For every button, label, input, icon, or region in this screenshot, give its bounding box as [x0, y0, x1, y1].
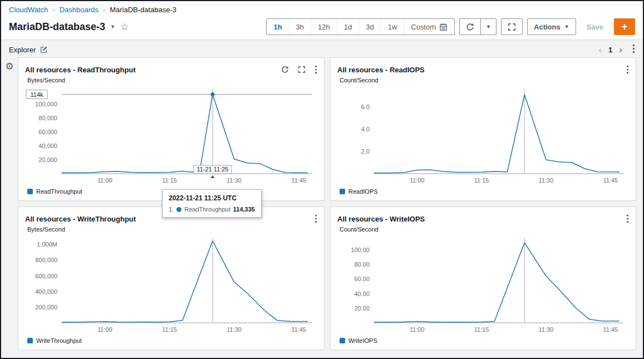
widget-menu-dots-icon[interactable]: [314, 214, 317, 223]
chart-legend[interactable]: WriteIOPS: [340, 337, 629, 344]
fullscreen-button[interactable]: [501, 18, 523, 35]
chart-card-read-iops: All resources - ReadIOPS Count/Second 2.…: [330, 57, 636, 201]
chart-y-unit: Count/Second: [340, 77, 629, 85]
title-row: MariaDB-database-3 ▼ ☆ 1h3h12h1d3d1w Cus…: [9, 18, 635, 35]
svg-text:11:00: 11:00: [410, 177, 425, 184]
chart-title: All resources - ReadThroughput: [25, 66, 136, 74]
chart-card-write-iops: All resources - WriteIOPS Count/Second 2…: [330, 206, 636, 350]
svg-text:11:45: 11:45: [291, 177, 306, 184]
title-caret-down-icon[interactable]: ▼: [110, 24, 115, 29]
time-controls: 1h3h12h1d3d1w Custom ▼: [266, 18, 635, 35]
settings-gear-icon[interactable]: ⚙: [5, 62, 13, 71]
breadcrumb-cloudwatch[interactable]: CloudWatch: [9, 6, 48, 14]
svg-text:11:45: 11:45: [603, 177, 618, 184]
svg-text:80,000: 80,000: [38, 115, 57, 121]
page-next-icon[interactable]: ›: [619, 45, 622, 55]
svg-text:60,000: 60,000: [38, 129, 57, 135]
dashboard-menu-dots-icon[interactable]: [632, 44, 635, 55]
svg-text:40.00: 40.00: [354, 291, 370, 297]
legend-label: ReadIOPS: [348, 188, 378, 195]
svg-text:20,000: 20,000: [38, 156, 57, 163]
svg-text:11:15: 11:15: [162, 326, 177, 333]
refresh-icon: [466, 23, 474, 31]
svg-text:400,000: 400,000: [35, 288, 57, 295]
tooltip-timestamp: 2022-11-21 11:25 UTC: [169, 194, 255, 202]
favorite-star-icon[interactable]: ☆: [120, 22, 129, 32]
svg-text:11:45: 11:45: [603, 326, 618, 333]
legend-swatch: [27, 189, 33, 194]
widget-grid: All resources - ReadThroughput Bytes/S: [18, 57, 636, 351]
widget-menu-dots-icon[interactable]: [626, 214, 629, 223]
chart-title: All resources - WriteIOPS: [337, 215, 425, 223]
left-rail: ⚙: [1, 57, 18, 358]
svg-text:11:00: 11:00: [97, 326, 112, 333]
time-range-custom[interactable]: Custom: [404, 19, 454, 35]
widget-menu-dots-icon[interactable]: [314, 65, 317, 74]
breadcrumb-separator: ›: [52, 6, 55, 14]
breadcrumb-dashboards[interactable]: Dashboards: [60, 6, 99, 14]
chart-plot[interactable]: 20.0040.0060.0080.00100.0011:0011:1511:3…: [337, 234, 629, 336]
legend-label: WriteIOPS: [348, 337, 377, 344]
edit-icon[interactable]: [40, 46, 48, 53]
chart-card-write-throughput: All resources - WriteThroughput Bytes/Se…: [18, 206, 325, 350]
chart-legend[interactable]: ReadIOPS: [340, 188, 629, 195]
svg-text:11:00: 11:00: [97, 177, 112, 184]
svg-text:2.0: 2.0: [361, 148, 370, 155]
svg-text:4.0: 4.0: [361, 126, 370, 132]
svg-text:80.00: 80.00: [354, 261, 370, 268]
svg-text:11:30: 11:30: [227, 177, 242, 184]
explorer-label: Explorer: [9, 46, 36, 54]
actions-button[interactable]: Actions ▼: [527, 18, 576, 35]
refresh-button[interactable]: [459, 18, 480, 35]
svg-text:11:45: 11:45: [291, 326, 306, 333]
custom-range-label: Custom: [411, 23, 436, 31]
chart-plot[interactable]: 2.04.06.011:0011:1511:3011:45: [337, 85, 629, 187]
chart-tooltip: 2022-11-21 11:25 UTC 1. ReadThroughput 1…: [162, 189, 262, 218]
time-range-1d[interactable]: 1d: [337, 19, 359, 35]
svg-text:20.00: 20.00: [354, 305, 370, 312]
svg-text:11:15: 11:15: [162, 177, 177, 184]
chart-legend[interactable]: WriteThroughput: [27, 337, 317, 344]
explorer-bar: Explorer ‹ 1 ›: [1, 40, 643, 57]
add-widget-button[interactable]: +: [614, 18, 635, 35]
svg-text:11:15: 11:15: [474, 326, 489, 333]
refresh-options-dropdown[interactable]: ▼: [480, 18, 496, 35]
widget-menu-dots-icon[interactable]: [626, 65, 629, 74]
time-range-3h[interactable]: 3h: [289, 19, 311, 35]
tooltip-row-index: 1.: [169, 206, 174, 213]
pagination: ‹ 1 ›: [598, 44, 635, 55]
svg-text:60.00: 60.00: [354, 276, 370, 282]
svg-text:100.00: 100.00: [351, 247, 370, 253]
time-range-12h[interactable]: 12h: [311, 19, 337, 35]
time-range-1w[interactable]: 1w: [381, 19, 405, 35]
legend-swatch: [27, 338, 33, 343]
time-range-3d[interactable]: 3d: [359, 19, 381, 35]
chart-y-unit: Bytes/Second: [27, 77, 317, 85]
actions-label: Actions: [534, 23, 561, 31]
svg-text:6.0: 6.0: [361, 104, 370, 110]
widget-expand-icon[interactable]: [298, 66, 306, 73]
breadcrumb-current: MariaDB-database-3: [110, 6, 176, 14]
svg-text:11:30: 11:30: [539, 326, 554, 333]
legend-swatch: [340, 338, 345, 343]
save-button[interactable]: Save: [581, 18, 609, 35]
svg-text:11-21 11:25: 11-21 11:25: [196, 166, 228, 173]
svg-text:11:30: 11:30: [539, 177, 554, 184]
legend-swatch: [340, 189, 345, 194]
chart-y-unit: Count/Second: [340, 226, 629, 234]
page-previous-icon[interactable]: ‹: [598, 45, 602, 55]
svg-text:114k: 114k: [30, 91, 43, 98]
chart-plot[interactable]: 200,000400,000600,000800,0001.000M11:001…: [25, 234, 317, 336]
time-range-1h[interactable]: 1h: [267, 19, 289, 35]
breadcrumb-separator: ›: [103, 6, 105, 14]
refresh-button-group: ▼: [459, 18, 496, 35]
fullscreen-icon: [508, 23, 516, 31]
svg-text:600,000: 600,000: [35, 273, 57, 279]
widget-refresh-icon[interactable]: [281, 66, 289, 73]
chart-title: All resources - ReadIOPS: [337, 66, 425, 74]
svg-text:200,000: 200,000: [35, 304, 57, 311]
dashboard-content: ⚙ All resources - ReadThroughput: [1, 57, 643, 358]
page-title: MariaDB-database-3: [9, 21, 105, 33]
chart-plot[interactable]: 20,00040,00060,00080,000100,00011:0011:1…: [25, 85, 317, 187]
caret-down-icon: ▼: [486, 24, 491, 29]
